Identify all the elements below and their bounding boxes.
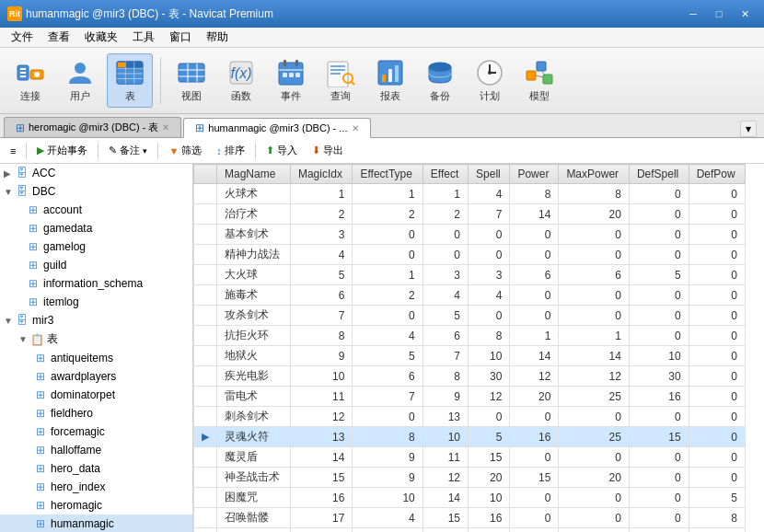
table-row[interactable]: 召唤骷髅17415160008 (194, 508, 746, 528)
import-button[interactable]: ⬆ 导入 (260, 141, 304, 161)
sidebar-item-humanmagic[interactable]: ⊞ humanmagic (0, 515, 192, 532)
data-table-container[interactable]: MagName MagicIdx EffectType Effect Spell… (193, 164, 764, 532)
forcemagic-label: forcemagic (51, 425, 105, 438)
tab-humanmagic[interactable]: ⊞ humanmagic @mir3 (DBC) - ... ✕ (183, 118, 370, 138)
sidebar-item-dominatorpet[interactable]: ⊞ dominatorpet (0, 386, 192, 404)
sidebar-item-antiqueitems[interactable]: ⊞ antiqueitems (0, 349, 192, 367)
col-header-magicidx[interactable]: MagicIdx (290, 165, 353, 184)
table-row[interactable]: 刺杀剑术1201300000 (194, 407, 746, 427)
cell-maxpower: 0 (559, 447, 630, 468)
toolbar-connect[interactable]: 连接 (7, 54, 53, 107)
sidebar-item-tables-group[interactable]: ▼ 📋 表 (0, 330, 192, 349)
sidebar-item-mir3[interactable]: ▼ 🗄 mir3 (0, 311, 192, 330)
table-row[interactable]: 施毒术62440000 (194, 285, 746, 306)
table-row[interactable]: 疾光电影1068301212300 (194, 366, 746, 387)
col-header-indicator[interactable] (194, 165, 217, 184)
cell-maxpower: 0 (559, 407, 630, 427)
toolbar-schedule[interactable]: 计划 (467, 54, 513, 107)
close-button[interactable]: ✕ (733, 5, 757, 23)
sidebar-item-itemlog[interactable]: ⊞ itemlog (0, 293, 192, 311)
table-row[interactable]: 精神力战法40000000 (194, 245, 746, 265)
toolbar-view[interactable]: 视图 (168, 54, 214, 107)
sidebar-item-hero-index[interactable]: ⊞ hero_index (0, 478, 192, 496)
col-header-defpow[interactable]: DefPow (689, 165, 745, 184)
table-row[interactable]: 困魔咒161014100005 (194, 488, 746, 508)
toolbar-function[interactable]: f(x) 函数 (218, 54, 264, 107)
col-header-effect[interactable]: Effect (423, 165, 468, 184)
table-row[interactable]: 火球术11148800 (194, 184, 746, 204)
sidebar-item-gamedata[interactable]: ⊞ gamedata (0, 219, 192, 237)
toolbar-user[interactable]: 用户 (57, 54, 103, 107)
maximize-button[interactable]: □ (707, 5, 731, 23)
menu-favorites[interactable]: 收藏夹 (77, 28, 125, 47)
table-row[interactable]: 隐身术1841650000 (194, 528, 746, 533)
dbc-label: DBC (32, 185, 55, 198)
annotation-button[interactable]: ✎ 备注 ▾ (102, 141, 154, 161)
sidebar-item-dbc[interactable]: ▼ 🗄 DBC (0, 182, 192, 201)
window-controls: ─ □ ✕ (681, 5, 757, 23)
menu-tools[interactable]: 工具 (125, 28, 162, 47)
table-row[interactable]: 大火球51336650 (194, 265, 746, 285)
col-header-power[interactable]: Power (510, 165, 559, 184)
sidebar-item-fieldhero[interactable]: ⊞ fieldhero (0, 404, 192, 422)
table-row[interactable]: 抗拒火环84681100 (194, 326, 746, 346)
tab-heromagic[interactable]: ⊞ heromagic @mir3 (DBC) - 表 ✕ (4, 117, 181, 137)
filter-button[interactable]: ▼ 筛选 (162, 141, 208, 161)
menu-help[interactable]: 帮助 (199, 28, 236, 47)
menu-window[interactable]: 窗口 (162, 28, 199, 47)
cell-defpow: 0 (689, 346, 745, 366)
col-header-defspell[interactable]: DefSpell (629, 165, 689, 184)
export-button[interactable]: ⬇ 导出 (306, 141, 350, 161)
sidebar-item-heromagic[interactable]: ⊞ heromagic (0, 496, 192, 515)
table-row[interactable]: 雷电术1179122025160 (194, 387, 746, 407)
tab-heromagic-close[interactable]: ✕ (162, 122, 169, 133)
table-row[interactable]: 神圣战击术1591220152000 (194, 468, 746, 488)
toolbar-event[interactable]: 事件 (268, 54, 314, 107)
col-header-effecttype[interactable]: EffectType (353, 165, 423, 184)
sidebar-item-gamelog[interactable]: ⊞ gamelog (0, 237, 192, 256)
cell-spell: 7 (469, 204, 510, 225)
list-view-button[interactable]: ≡ (4, 141, 22, 161)
cell-power: 0 (510, 225, 559, 245)
cell-spell: 0 (469, 245, 510, 265)
menu-view[interactable]: 查看 (41, 28, 77, 47)
table-row[interactable]: 攻杀剑术70500000 (194, 306, 746, 326)
toolbar-backup[interactable]: 备份 (417, 54, 463, 107)
table-row[interactable]: 魔灵盾14911150000 (194, 447, 746, 468)
table-row[interactable]: 基本剑术30000000 (194, 225, 746, 245)
sidebar-item-forcemagic[interactable]: ⊞ forcemagic (0, 422, 192, 441)
tab-menu-button[interactable]: ▾ (740, 121, 757, 137)
sidebar-item-halloffame[interactable]: ⊞ halloffame (0, 441, 192, 459)
sidebar-item-information-schema[interactable]: ⊞ information_schema (0, 274, 192, 293)
cell-defpow: 0 (689, 225, 745, 245)
table-row[interactable]: 治疗术2227142000 (194, 204, 746, 225)
cell-effecttype: 8 (353, 427, 423, 447)
cell-defpow: 5 (689, 488, 745, 508)
cell-effecttype: 4 (353, 528, 423, 533)
col-header-spell[interactable]: Spell (469, 165, 510, 184)
sidebar-item-guild[interactable]: ⊞ guild (0, 256, 192, 274)
sort-button[interactable]: ↕ 排序 (210, 141, 251, 161)
col-header-magname[interactable]: MagName (217, 165, 291, 184)
minimize-button[interactable]: ─ (681, 5, 705, 23)
sidebar-item-acc[interactable]: ▶ 🗄 ACC (0, 164, 192, 182)
cell-magname: 大火球 (217, 265, 291, 285)
toolbar-connect-label: 连接 (20, 89, 41, 103)
table-row[interactable]: 地狱火957101414100 (194, 346, 746, 366)
menu-file[interactable]: 文件 (4, 28, 41, 47)
cell-effecttype: 2 (353, 204, 423, 225)
toolbar-table[interactable]: 表 (107, 53, 153, 108)
cell-effecttype: 4 (353, 508, 423, 528)
toolbar-query[interactable]: 查询 (318, 54, 364, 107)
start-transaction-button[interactable]: ▶ 开始事务 (30, 141, 94, 161)
account-table-icon: ⊞ (26, 202, 41, 217)
table-row[interactable]: ▶灵魂火符1381051625150 (194, 427, 746, 447)
cell-maxpower: 1 (559, 326, 630, 346)
sidebar-item-awardplayers[interactable]: ⊞ awardplayers (0, 367, 192, 386)
sidebar-item-account[interactable]: ⊞ account (0, 201, 192, 219)
tab-humanmagic-close[interactable]: ✕ (352, 123, 359, 133)
col-header-maxpower[interactable]: MaxPower (559, 165, 630, 184)
toolbar-report[interactable]: 报表 (367, 54, 413, 107)
sidebar-item-hero-data[interactable]: ⊞ hero_data (0, 459, 192, 478)
toolbar-model[interactable]: 模型 (516, 54, 562, 107)
